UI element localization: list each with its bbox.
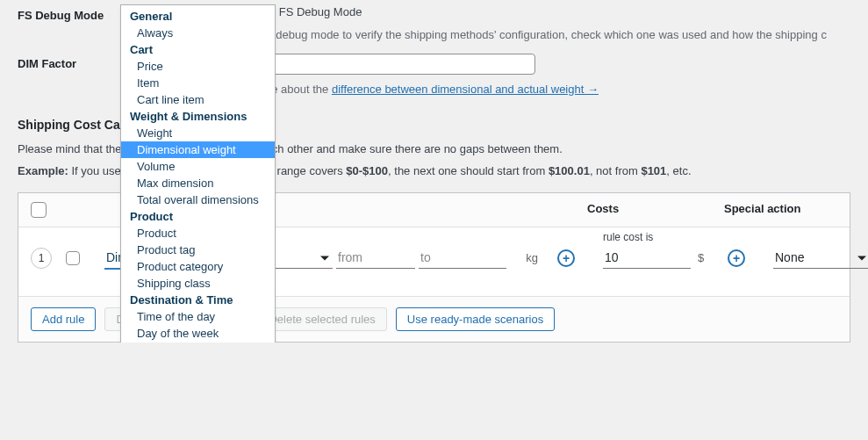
dropdown-group-title: Cart bbox=[121, 41, 275, 58]
dropdown-item[interactable]: Weight bbox=[121, 125, 275, 141]
dropdown-item[interactable]: Time of the day bbox=[121, 308, 275, 325]
dropdown-item[interactable]: Product tag bbox=[121, 242, 275, 258]
dropdown-group-title: Product bbox=[121, 208, 275, 225]
rule-index: 1 bbox=[31, 248, 52, 269]
dropdown-group-title: General bbox=[121, 8, 275, 25]
condition-dropdown[interactable]: GeneralAlwaysCartPriceItemCart line item… bbox=[120, 4, 276, 343]
dropdown-item[interactable]: Product bbox=[121, 225, 275, 242]
dropdown-item[interactable]: Shipping class bbox=[121, 275, 275, 292]
dropdown-item[interactable]: Dimensional weight bbox=[121, 141, 275, 158]
dropdown-item[interactable]: Always bbox=[121, 25, 275, 41]
rule-cost-caption: rule cost is bbox=[603, 231, 653, 243]
dropdown-item[interactable]: Total overall dimensions bbox=[121, 191, 275, 208]
rule-cost-input[interactable] bbox=[603, 247, 691, 269]
fs-debug-desc: Enable FS debug mode to verify the shipp… bbox=[219, 26, 850, 44]
dropdown-item[interactable]: Price bbox=[121, 58, 275, 75]
col-costs: Costs bbox=[587, 202, 724, 218]
col-special: Special action bbox=[724, 202, 837, 218]
rule-select-checkbox[interactable] bbox=[66, 251, 80, 265]
from-input[interactable] bbox=[336, 247, 415, 269]
add-rule-button[interactable]: Add rule bbox=[31, 307, 96, 331]
dropdown-item[interactable]: Product category bbox=[121, 258, 275, 275]
dropdown-item[interactable]: Day of the week bbox=[121, 325, 275, 342]
delete-rules-button[interactable]: Delete selected rules bbox=[257, 307, 386, 331]
dropdown-group-title: Destination & Time bbox=[121, 292, 275, 308]
dropdown-item[interactable]: Volume bbox=[121, 158, 275, 175]
special-action-select[interactable] bbox=[773, 247, 868, 269]
dropdown-item[interactable]: Cart line item bbox=[121, 91, 275, 108]
select-all-checkbox[interactable] bbox=[31, 202, 47, 218]
use-scenarios-button[interactable]: Use ready-made scenarios bbox=[396, 307, 555, 331]
add-condition-button[interactable]: + bbox=[557, 249, 575, 267]
dropdown-item[interactable]: Item bbox=[121, 75, 275, 91]
dropdown-group-title: Weight & Dimensions bbox=[121, 108, 275, 125]
example-label: Example: bbox=[18, 164, 68, 177]
unit-label: kg bbox=[510, 251, 554, 264]
to-input[interactable] bbox=[419, 247, 506, 269]
currency-label: $ bbox=[694, 251, 724, 264]
dropdown-item[interactable]: Max dimension bbox=[121, 175, 275, 191]
dim-weight-link[interactable]: difference between dimensional and actua… bbox=[332, 83, 599, 96]
add-cost-button[interactable]: + bbox=[728, 249, 745, 267]
